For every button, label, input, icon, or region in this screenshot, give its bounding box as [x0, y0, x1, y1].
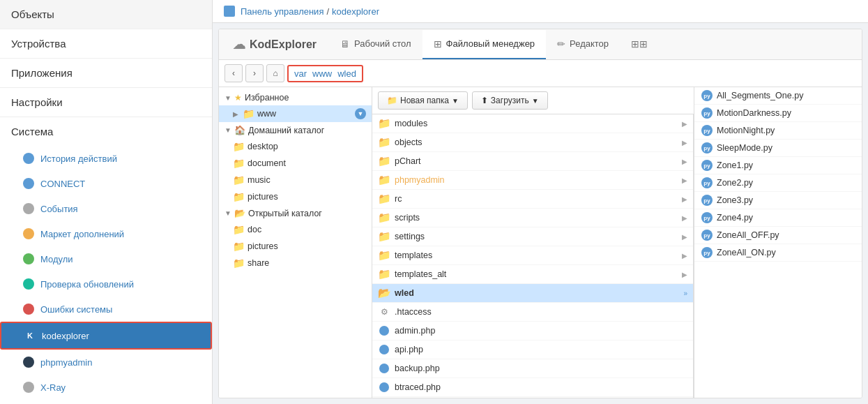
file-row-admin-php[interactable]: admin.php	[372, 322, 693, 341]
path-segment-wled[interactable]: wled	[337, 68, 356, 79]
sidebar-item-phpmyadmin[interactable]: phpmyadmin	[0, 350, 212, 375]
ke-tab-filemanager[interactable]: ⊞ Файловый менеджер	[422, 30, 547, 59]
right-file-row-zoneall-off[interactable]: py ZoneAll_OFF.py	[694, 227, 862, 244]
breadcrumb-link-panel[interactable]: Панель управления	[241, 6, 323, 17]
ke-tab-grid[interactable]: ⊞⊞	[620, 30, 659, 59]
tree-item-home[interactable]: ▼ 🏠 Домашний каталог	[219, 122, 372, 138]
tree-item-favorites[interactable]: ▼ ★ Избранное	[219, 90, 372, 105]
path-segment-var[interactable]: var	[294, 68, 307, 79]
file-row-settings[interactable]: 📁 settings ▶	[372, 227, 693, 246]
sidebar-item-connect[interactable]: CONNECT	[0, 171, 212, 196]
tree-item-www[interactable]: ▶ 📁 www ▼	[219, 105, 372, 122]
py-icon: py	[701, 230, 713, 241]
sidebar-item-market[interactable]: Маркет дополнений	[0, 221, 212, 246]
sidebar-item-history[interactable]: История действий	[0, 146, 212, 171]
sidebar-item-xray[interactable]: X-Ray	[0, 375, 212, 400]
folder-icon: 📁	[378, 193, 390, 205]
file-row-objects[interactable]: 📁 objects ▶	[372, 133, 693, 152]
py-icon: py	[701, 195, 713, 206]
tree-arrow-open: ▼	[224, 209, 231, 217]
file-row-wled[interactable]: 📂 wled »	[372, 284, 693, 303]
file-row-btraced-php[interactable]: btraced.php	[372, 378, 693, 397]
right-file-row-zone4[interactable]: py Zone4.py	[694, 209, 862, 227]
errors-icon	[22, 303, 35, 315]
folder-icon-share: 📁	[233, 257, 245, 269]
right-file-row-zoneall-on[interactable]: py ZoneAll_ON.py	[694, 244, 862, 262]
py-icon: py	[701, 212, 713, 223]
market-icon	[22, 227, 35, 240]
right-file-row-sleep-mode[interactable]: py SleepMode.py	[694, 140, 862, 157]
right-file-row-zone1[interactable]: py Zone1.py	[694, 157, 862, 174]
file-row-backup-php[interactable]: backup.php	[372, 359, 693, 378]
forward-button[interactable]: ›	[245, 64, 264, 82]
file-row-modules[interactable]: 📁 modules ▶	[372, 114, 693, 133]
phpmyadmin-icon	[22, 356, 35, 368]
tree-item-document[interactable]: 📁 document	[219, 155, 372, 172]
tree-item-share[interactable]: 📁 share	[219, 255, 372, 271]
php-icon	[378, 362, 390, 375]
folder-icon: 📁	[378, 136, 390, 149]
ke-filetree: ▼ ★ Избранное ▶ 📁 www ▼ ▼ 🏠 Домашн	[219, 87, 372, 398]
file-row-htaccess[interactable]: ⚙ .htaccess	[372, 303, 693, 322]
sidebar: Объекты Устройства Приложения Настройки …	[0, 0, 213, 404]
connect-icon	[22, 177, 35, 190]
php-icon	[378, 381, 390, 394]
sidebar-section-objects[interactable]: Объекты	[0, 0, 212, 29]
tree-arrow-www: ▶	[233, 110, 240, 118]
folder-icon-music: 📁	[233, 174, 245, 186]
sidebar-section-system[interactable]: Система	[0, 117, 212, 146]
tree-badge-www: ▼	[355, 108, 366, 119]
sidebar-item-events[interactable]: События	[0, 196, 212, 221]
tree-item-music[interactable]: 📁 music	[219, 172, 372, 188]
sidebar-section-devices[interactable]: Устройства	[0, 29, 212, 59]
py-icon: py	[701, 247, 713, 258]
tree-item-open[interactable]: ▼ 📂 Открытый каталог	[219, 205, 372, 221]
folder-icon-document: 📁	[233, 158, 245, 169]
file-row-templates[interactable]: 📁 templates ▶	[372, 246, 693, 265]
sidebar-item-errors[interactable]: Ошибки системы	[0, 297, 212, 322]
breadcrumb-link-kodexplorer[interactable]: kodexplorer	[332, 6, 379, 17]
tree-item-pictures[interactable]: 📁 pictures	[219, 188, 372, 205]
right-file-row-motion-night[interactable]: py MotionNight.py	[694, 122, 862, 140]
folder-icon-desktop: 📁	[233, 141, 245, 152]
home-button[interactable]: ⌂	[266, 64, 284, 82]
py-icon: py	[701, 125, 713, 136]
arrow-icon: ▶	[682, 233, 687, 241]
right-file-row-zone3[interactable]: py Zone3.py	[694, 192, 862, 209]
right-file-row-zone2[interactable]: py Zone2.py	[694, 174, 862, 192]
kodexplorer-icon: K	[24, 329, 36, 342]
tree-item-pictures2[interactable]: 📁 pictures	[219, 238, 372, 255]
file-row-phpmyadmin[interactable]: 📁 phpmyadmin ▶	[372, 171, 693, 190]
ke-tab-editor[interactable]: ✏ Редактор	[546, 30, 620, 59]
sidebar-item-updates[interactable]: Проверка обновлений	[0, 271, 212, 297]
sidebar-item-kodexplorer[interactable]: K kodexplorer	[0, 322, 212, 350]
right-file-row-all-segments[interactable]: py All_Segments_One.py	[694, 87, 862, 105]
sidebar-section-settings[interactable]: Настройки	[0, 88, 212, 117]
sidebar-section-apps[interactable]: Приложения	[0, 59, 212, 88]
file-row-scripts[interactable]: 📁 scripts ▶	[372, 209, 693, 227]
arrow-icon: ▶	[682, 214, 687, 222]
file-row-rc[interactable]: 📁 rc ▶	[372, 190, 693, 209]
ke-body: ▼ ★ Избранное ▶ 📁 www ▼ ▼ 🏠 Домашн	[219, 87, 862, 398]
back-button[interactable]: ‹	[224, 64, 243, 82]
arrow-double-icon: »	[683, 290, 687, 297]
history-icon	[22, 152, 35, 165]
folder-icon: 📁	[378, 211, 390, 224]
sidebar-item-modules[interactable]: Модули	[0, 246, 212, 271]
folder-icon: 📁	[378, 249, 390, 262]
filemanager-icon: ⊞	[434, 38, 442, 50]
new-folder-button[interactable]: 📁 Новая папка ▼	[378, 91, 468, 110]
kodexplorer-panel: ☁ KodExplorer 🖥 Рабочий стол ⊞ Файловый …	[218, 29, 862, 398]
tree-item-doc[interactable]: 📁 doc	[219, 221, 372, 238]
file-row-api-php[interactable]: api.php	[372, 341, 693, 359]
path-segment-www[interactable]: www	[312, 68, 332, 79]
tree-item-desktop[interactable]: 📁 desktop	[219, 138, 372, 155]
right-file-row-motion-darkness[interactable]: py MotionDarkness.py	[694, 105, 862, 122]
file-row-pchart[interactable]: 📁 pChart ▶	[372, 152, 693, 171]
file-row-templates-alt[interactable]: 📁 templates_alt ▶	[372, 265, 693, 284]
arrow-icon: ▶	[682, 139, 687, 147]
folder-icon-pictures2: 📁	[233, 241, 245, 252]
grid-icon: ⊞⊞	[631, 38, 648, 50]
ke-tab-desktop[interactable]: 🖥 Рабочий стол	[329, 30, 422, 59]
upload-button[interactable]: ⬆ Загрузить ▼	[472, 91, 548, 110]
